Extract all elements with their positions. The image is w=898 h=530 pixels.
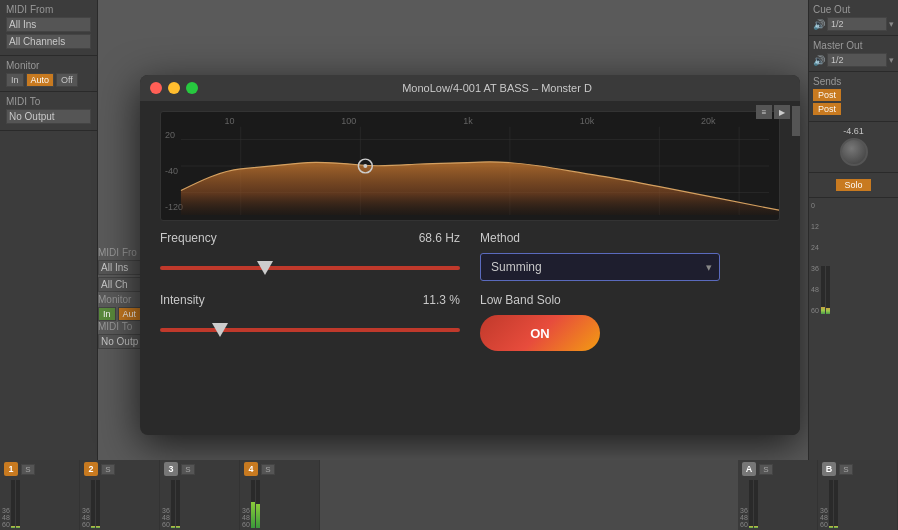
controls-row-2: Intensity 11.3 % Low Band Solo ON	[160, 293, 780, 351]
cue-out-channel: 1/2	[827, 17, 887, 31]
track-a-fill-l	[749, 526, 753, 528]
frequency-label-row: Frequency 68.6 Hz	[160, 231, 460, 245]
track-4-solo[interactable]: S	[261, 464, 275, 475]
minimize-button[interactable]	[168, 82, 180, 94]
monitor-auto-btn[interactable]: Auto	[26, 73, 55, 87]
track-4: 4 S 36 48 60	[240, 460, 320, 530]
midi-to-label: MIDI To	[6, 96, 91, 107]
meter-label-24: 24	[811, 244, 819, 251]
track-a-meter-l	[749, 480, 753, 528]
volume-knob[interactable]	[840, 138, 868, 166]
intensity-label-row: Intensity 11.3 %	[160, 293, 460, 307]
transport-play-btn[interactable]: ▶	[774, 105, 790, 119]
close-button[interactable]	[150, 82, 162, 94]
right-meter-bars	[821, 202, 830, 314]
track-b-labels: 36 48 60	[820, 480, 828, 528]
track-1-meter-r	[16, 480, 20, 528]
low-band-solo-on-button[interactable]: ON	[480, 315, 600, 351]
frequency-control: Frequency 68.6 Hz	[160, 231, 460, 283]
plugin-body: 10 100 1k 10k 20k 20 -40 -120	[140, 101, 800, 435]
track-3-fill-r	[176, 526, 180, 528]
plugin-scrollbar-thumb[interactable]	[792, 106, 800, 136]
track-1: 1 S 36 48 60	[0, 460, 80, 530]
track-2-meter-area: 36 48 60	[80, 478, 159, 530]
right-meter-bar-2	[826, 266, 830, 314]
eq-curve-svg	[161, 112, 779, 220]
solo-button[interactable]: Solo	[836, 179, 870, 191]
track-b-meter-r	[834, 480, 838, 528]
track-b-fill-r	[834, 526, 838, 528]
transport-menu-btn[interactable]: ≡	[756, 105, 772, 119]
frequency-label: Frequency	[160, 231, 217, 245]
track-4-meter-l	[251, 480, 255, 528]
frequency-slider-thumb[interactable]	[257, 261, 273, 275]
right-meter-area: 0 12 24 36 48 60	[809, 198, 898, 318]
master-out-section: Master Out 🔊 1/2 ▾	[809, 36, 898, 72]
track-b-solo[interactable]: S	[839, 464, 853, 475]
plugin-title: MonoLow/4-001 AT BASS – Monster D	[204, 82, 790, 94]
track-1-number: 1	[4, 462, 18, 476]
plugin-scrollbar[interactable]	[792, 101, 800, 435]
track-3: 3 S 36 48 60	[160, 460, 240, 530]
t3-l1: 36	[162, 507, 170, 514]
right-panel: Cue Out 🔊 1/2 ▾ Master Out 🔊 1/2 ▾ Sends…	[808, 0, 898, 530]
track-4-header: 4 S	[240, 460, 319, 478]
track-2-solo[interactable]: S	[101, 464, 115, 475]
intensity-value: 11.3 %	[423, 293, 460, 307]
track-3-meter-area: 36 48 60	[160, 478, 239, 530]
monitor-in-btn[interactable]: In	[6, 73, 24, 87]
ta-l3: 60	[740, 521, 748, 528]
intensity-label: Intensity	[160, 293, 205, 307]
track-b: B S 36 48 60	[818, 460, 898, 530]
method-label: Method	[480, 231, 780, 245]
track-b-meter-l	[829, 480, 833, 528]
intensity-slider-container	[160, 315, 460, 345]
track-2-labels: 36 48 60	[82, 480, 90, 528]
maximize-button[interactable]	[186, 82, 198, 94]
t1-l3: 60	[2, 521, 10, 528]
master-out-row: 🔊 1/2 ▾	[813, 53, 894, 67]
master-out-icon: 🔊	[813, 55, 825, 66]
midi-from-select[interactable]: All Ins	[6, 17, 91, 32]
monitor2-auto-btn[interactable]: Aut	[118, 307, 142, 321]
method-control: Method Summing Filtering Spectral	[480, 231, 780, 281]
right-meter-labels: 0 12 24 36 48 60	[811, 202, 819, 314]
intensity-slider-thumb[interactable]	[212, 323, 228, 337]
meter-label-12: 12	[811, 223, 819, 230]
track-a-solo[interactable]: S	[759, 464, 773, 475]
frequency-slider-container	[160, 253, 460, 283]
controls-row-1: Frequency 68.6 Hz Method Summing Filteri…	[160, 231, 780, 283]
track-2-meter-r	[96, 480, 100, 528]
midi-to-select[interactable]: No Output	[6, 109, 91, 124]
track-3-solo[interactable]: S	[181, 464, 195, 475]
low-band-solo-control: Low Band Solo ON	[480, 293, 780, 351]
svg-point-8	[363, 164, 367, 168]
monitor2-in-btn[interactable]: In	[98, 307, 116, 321]
volume-section: -4.61	[809, 122, 898, 173]
tb-l1: 36	[820, 507, 828, 514]
track-1-header: 1 S	[0, 460, 79, 478]
cue-out-section: Cue Out 🔊 1/2 ▾	[809, 0, 898, 36]
cue-out-arrow[interactable]: ▾	[889, 19, 894, 29]
eq-display: 10 100 1k 10k 20k 20 -40 -120	[160, 111, 780, 221]
method-select[interactable]: Summing Filtering Spectral	[480, 253, 720, 281]
t1-l2: 48	[2, 514, 10, 521]
midi-to-section: MIDI To No Output	[0, 92, 97, 131]
track-b-number: B	[822, 462, 836, 476]
track-1-solo[interactable]: S	[21, 464, 35, 475]
track-b-meter-area: 36 48 60	[818, 478, 897, 530]
intensity-slider-track	[160, 328, 460, 332]
t4-l2: 48	[242, 514, 250, 521]
plugin-spacer	[320, 460, 738, 530]
master-out-label: Master Out	[813, 40, 894, 51]
t4-l3: 60	[242, 521, 250, 528]
post-button-1[interactable]: Post	[813, 89, 841, 101]
monitor-off-btn[interactable]: Off	[56, 73, 78, 87]
midi-channel-select[interactable]: All Channels	[6, 34, 91, 49]
frequency-slider-track	[160, 266, 460, 270]
post-button-2[interactable]: Post	[813, 103, 841, 115]
track-3-number: 3	[164, 462, 178, 476]
master-out-arrow[interactable]: ▾	[889, 55, 894, 65]
ta-l2: 48	[740, 514, 748, 521]
track-4-meter-r	[256, 480, 260, 528]
